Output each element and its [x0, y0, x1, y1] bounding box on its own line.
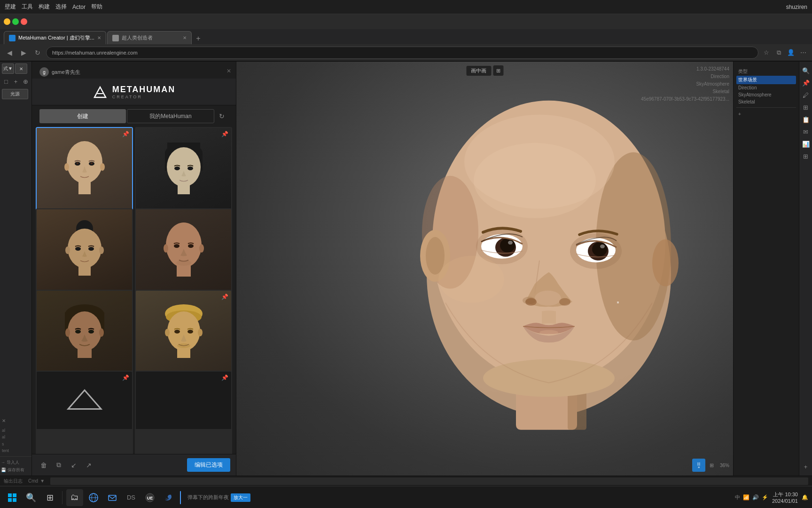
start-button[interactable] — [4, 489, 21, 506]
svg-point-56 — [464, 115, 615, 209]
mh-tab-my[interactable]: 我的MetaHuman — [127, 109, 214, 123]
date-text: 2024/01/01 — [772, 498, 798, 504]
brush-icon[interactable]: 🖊 — [801, 90, 811, 100]
notification-bell[interactable]: 🔔 — [802, 494, 808, 500]
panel-close-x[interactable]: ✕ — [2, 418, 30, 423]
menu-build[interactable]: 构建 — [39, 3, 50, 11]
tab-creator[interactable]: 超人类创造者 ✕ — [107, 31, 192, 44]
taskbar-edge[interactable] — [160, 489, 177, 506]
delete-button[interactable]: 🗑 — [38, 459, 50, 471]
svg-point-76 — [525, 298, 537, 306]
menu-icon[interactable]: ⋯ — [798, 48, 808, 58]
character-card-extra2[interactable]: 📌 — [135, 371, 232, 454]
task-view-button[interactable]: ⊞ — [41, 489, 58, 506]
face-render-zhen — [37, 209, 132, 291]
back-button[interactable]: ◀ — [4, 47, 15, 58]
svg-point-72 — [592, 242, 607, 256]
mh-tab-create[interactable]: 创建 — [39, 109, 126, 123]
import-button[interactable]: ↙ — [68, 459, 80, 471]
address-bar[interactable]: https://metahuman.unrealengine.com — [46, 47, 758, 59]
svg-rect-14 — [178, 184, 190, 194]
ue-tool-2[interactable]: + — [12, 77, 20, 86]
taskbar-browser[interactable] — [85, 489, 102, 506]
pin-icon[interactable]: 📌 — [801, 78, 811, 88]
mail-icon[interactable]: ✉ — [801, 127, 811, 137]
svg-point-28 — [199, 244, 204, 253]
chart-icon[interactable]: 📊 — [801, 139, 811, 149]
panel-close-button[interactable]: ✕ — [226, 68, 232, 74]
tray-icon-4[interactable]: ⚡ — [762, 494, 768, 500]
plus-icon[interactable]: + — [801, 461, 811, 472]
os-menu-bar[interactable]: 壁建 工具 构建 选择 Actor 帮助 — [5, 3, 102, 11]
update-button[interactable]: 放大一 — [231, 493, 250, 502]
forward-button[interactable]: ▶ — [18, 47, 29, 58]
tab-close-1[interactable]: ✕ — [97, 35, 101, 40]
ue-tool-1[interactable]: □ — [2, 77, 10, 86]
url-text: https://metahuman.unrealengine.com — [52, 50, 138, 56]
svg-point-73 — [600, 245, 605, 248]
add-scene-item-button[interactable]: + — [736, 110, 796, 119]
minimap-button[interactable]: ||| ≡ — [692, 459, 705, 472]
menu-select[interactable]: 选择 — [55, 3, 67, 11]
export-button[interactable]: ↗ — [83, 459, 95, 471]
output-log-label[interactable]: 输出日志 — [4, 478, 23, 484]
svg-point-45 — [165, 329, 170, 336]
import-btn[interactable]: → 导入人 — [1, 459, 31, 466]
grid-icon[interactable]: ⊞ — [801, 102, 811, 112]
panel-direction-item[interactable]: Direction — [736, 84, 796, 91]
taskbar-mail[interactable] — [104, 489, 121, 506]
search-taskbar-button[interactable]: 🔍 — [23, 489, 39, 506]
svg-point-23 — [75, 247, 81, 251]
cmd-label: Cmd ▼ — [28, 478, 45, 484]
menu-tools[interactable]: 工具 — [22, 3, 33, 11]
system-clock[interactable]: 上午 10:30 2024/01/01 — [772, 491, 798, 504]
panel-skeletal-item[interactable]: Skeletal — [736, 98, 796, 105]
office-icon[interactable]: 📋 — [801, 114, 811, 125]
grid-view-button[interactable]: ⊞ — [707, 460, 717, 470]
menu-actor[interactable]: Actor — [72, 4, 86, 10]
mh-refresh-button[interactable]: ↻ — [215, 110, 228, 123]
window-minimize-button[interactable] — [4, 18, 10, 25]
tray-icon-1[interactable]: 中 — [735, 494, 740, 501]
panel-type-item[interactable]: 类型 — [736, 67, 796, 76]
close-panel[interactable]: ✕ — [15, 64, 27, 74]
menu-wallbuild[interactable]: 壁建 — [5, 3, 16, 11]
profile-icon[interactable]: 👤 — [786, 48, 796, 58]
mode-dropdown[interactable]: 式▼ — [2, 64, 14, 74]
section-al: al — [2, 427, 30, 434]
taskbar-files[interactable]: 🗂 — [66, 489, 83, 506]
cmd-input[interactable] — [50, 477, 808, 485]
search-icon[interactable]: 🔍 — [801, 65, 811, 76]
edit-selected-button[interactable]: 编辑已选项 — [187, 458, 230, 472]
ue-tool-3[interactable]: ⊕ — [21, 77, 30, 86]
menu-help[interactable]: 帮助 — [91, 3, 102, 11]
tab-close-2[interactable]: ✕ — [183, 35, 187, 40]
3d-viewport[interactable]: 画中画 ⊞ 1.3.0-23248744 Direction SkyAtmosp… — [236, 62, 733, 476]
tray-icon-2[interactable]: 📶 — [743, 494, 750, 500]
window-maximize-button[interactable] — [12, 18, 19, 25]
svg-point-7 — [100, 163, 105, 171]
new-tab-button[interactable]: + — [193, 33, 204, 44]
apps-icon[interactable]: ⊞ — [801, 151, 811, 161]
svg-point-78 — [539, 330, 558, 335]
card-pin-01: 📌 — [122, 131, 129, 137]
svg-point-27 — [164, 244, 168, 253]
star-icon[interactable]: ☆ — [761, 48, 772, 58]
svg-point-6 — [64, 163, 69, 171]
refresh-button[interactable]: ↻ — [32, 47, 43, 58]
character-card-extra1[interactable]: 📌 — [36, 371, 133, 454]
light-button[interactable]: 光源 — [2, 89, 28, 99]
window-close-button[interactable] — [21, 18, 27, 25]
mh-logo-text: METAHUMAN CREATOR — [112, 85, 176, 99]
tab-metahuman[interactable]: MetaHuman Creator | 虚幻引擎... ✕ — [4, 31, 106, 44]
copy-button[interactable]: ⧉ — [53, 459, 65, 471]
window-controls[interactable] — [4, 18, 27, 25]
save-all-btn[interactable]: 💾 保存所有 — [1, 466, 31, 474]
panel-sky-item[interactable]: SkyAtmosphere — [736, 91, 796, 98]
taskbar-ue[interactable]: UE — [141, 489, 158, 506]
extensions-icon[interactable]: ⧉ — [773, 48, 784, 58]
taskbar-ds[interactable]: DS — [123, 489, 140, 506]
tray-icon-3[interactable]: 🔊 — [752, 494, 759, 500]
viewport-expand-button[interactable]: ⊞ — [493, 65, 503, 76]
panel-world-scene-item[interactable]: 世界场景 — [736, 76, 796, 84]
